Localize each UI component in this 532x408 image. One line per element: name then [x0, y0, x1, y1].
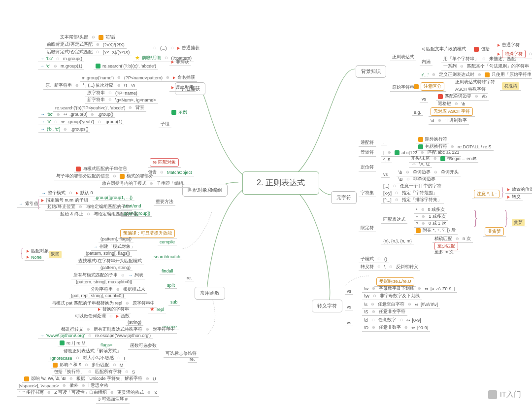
fn-x: ''' ''' 多行书写⊖Z 可读「可读性」自由组织⊖更灵活的格式⊖X [17, 389, 159, 397]
meta-dot: . [381, 139, 387, 145]
g-b: →'b'⊖⇔.group('yeah')⊖.group(1) [38, 119, 124, 125]
meta-escape: 转义符⊖\⊖反斜杠转义 [359, 263, 420, 271]
meta-cs3: [^...]⊖指定「排除字符集」 [381, 196, 444, 204]
bg-attention: 注意区分 [412, 82, 446, 92]
branch-escape[interactable]: 转义字符 [312, 300, 342, 312]
meta-note: 注意 ^, ], - [472, 189, 501, 199]
fn-escape-sig: (string) [126, 319, 143, 326]
fn-findall-sig: (pattern, string) [99, 265, 133, 271]
meta-qn: {n}, {n,}, {n, m} [381, 238, 414, 244]
m-groupfn: .group([group1, ...]) [93, 195, 134, 201]
g-resrch2: re.search('(b)(?P<yeah>c)', 'abcde')⊖背景 [53, 104, 146, 112]
esc-d: \d⊖任意数字⊖⇔[0-9] [362, 316, 423, 324]
fn-x4: 3 可添加注释 # [96, 396, 130, 404]
g-example: 示例 [169, 108, 189, 116]
g-bc2: →'bc'⊖⇔.group(0)⊖.group() [38, 111, 115, 118]
fn-search: search/match [152, 254, 182, 260]
m-ss: 起始 & 终止⊖与给定编组匹配的子串 [58, 210, 140, 218]
fn-re1: re. [185, 275, 194, 281]
fn-compile-sig: (pattern[, flags]) [99, 236, 133, 242]
esc-w: \w⊖字母数字及下划线⊖⇔[a-zA-Z0-9_] [362, 285, 457, 293]
bg-regex: 正则表达式 [390, 53, 416, 61]
meta-charset: 字符集 [359, 189, 376, 197]
meta-quant: 限定符 [359, 224, 376, 232]
m-startpos: 起始/终止位置⊖与给定编组匹配的子串 [45, 203, 132, 211]
bg-digit: \d⊖十进制数字 [429, 117, 469, 125]
fn-split-sig: (pattern, string[, maxsplit=0]) [74, 279, 134, 285]
meta-wildcard: 通配符 [359, 139, 376, 147]
branch-bg[interactable]: 背景知识 [356, 65, 386, 78]
fn-repl: ★repl [148, 306, 166, 313]
meta-sub: 子模式⊖() [359, 255, 389, 263]
bg-ordinary: 普通字符 [496, 41, 522, 49]
meta-except: 除外换行符 [416, 136, 449, 143]
esc-S: \S⊖任意非空字符 [362, 308, 407, 316]
bg-rprefix: r'...'⊖定义正则表达式时⊖只使用「原始字符串」 [420, 71, 532, 79]
fn-findall: findall [160, 268, 175, 274]
watermark-text: IT入门 [500, 390, 521, 399]
fn-compile: compile [158, 239, 177, 245]
meta-az: ⇔\A, \Z [409, 161, 432, 168]
g-backref: 反向引用 [169, 84, 196, 92]
g-mgn: m.group('name')⊖(?P<name>pattern)⊖命名捕获 [80, 74, 197, 82]
meta-pipe: 管道符 [359, 149, 376, 157]
esc-s: \s⊖任意空白字符⊖⇔[\f\n\r\t\v] [362, 301, 440, 308]
bg-single: 用「单个字符串」⊖来描述、匹配 [441, 55, 518, 63]
esc-vs1: vs [345, 288, 353, 295]
m-child: 与模式匹配的子串信息 [74, 165, 129, 173]
g-neg-look: 后瞻肯定式/否定式匹配⊖(?<=X)/(?<!X) [45, 48, 132, 56]
g-resrch: re.search('(?:b)(c)', 'abcde') [94, 63, 158, 69]
m-important: 重要方法 [154, 198, 175, 206]
bg-vs: vs [420, 96, 428, 102]
fn-sub: sub [168, 299, 180, 306]
m-whole: →整个模式⊖默认 0 [39, 189, 95, 197]
bg-match-text: 可匹配文本片段的模式 [420, 45, 468, 53]
m-which: 与子串的哪部分匹配的信息⊖模式的哪部分 [54, 172, 155, 180]
fn-none: None [25, 254, 44, 261]
fn-findall-desc: 所有与模式匹配的子串⊖→列表 [71, 272, 145, 279]
bg-series: 一系列⊖匹配某个「句法规则」的字符串 [441, 63, 531, 70]
fn-optional: 函数可选参数 [128, 342, 159, 350]
bg-confuse: 易混淆 [500, 82, 521, 91]
meta-nongreedy: 非贪婪 [483, 227, 506, 237]
esc-vs2: vs [345, 304, 353, 310]
g-text-head: 文本尾部/头部⊖前/后 [58, 34, 117, 41]
fn-split: split [165, 282, 177, 289]
wechat-icon [488, 390, 497, 399]
watermark: IT入门 [488, 390, 521, 399]
g-noncap: 非捕获 [169, 58, 191, 66]
bg-content: 内涵 [420, 58, 432, 66]
meta-max: 至多 m 次 [432, 248, 456, 256]
g-normal: ⊖(...)⊖普通捕获 [150, 44, 201, 52]
g-orig-new: 原、新字符串⊖与 (...) 依次对应⊖\1...\9 [43, 82, 137, 90]
g-c: →'c'⊖m.group(1) [38, 63, 84, 69]
bg-eg: e.g. [412, 109, 423, 116]
branch-fn[interactable]: 常用函数 [195, 287, 225, 300]
meta-anchor: 定位符 [359, 164, 376, 171]
bg-no-ascii: 无对应 ASCII 字符 [429, 107, 475, 117]
fn-re2: re. [188, 356, 197, 363]
fn-any: 可以做任何处理⊖函数 [73, 312, 132, 320]
fn-reim: re.I | re.M [58, 340, 87, 346]
meta-note-pos: 放置的位置 [505, 186, 532, 194]
g-bc: →'bc'⊖m.group() [38, 56, 84, 62]
g-subgroup: 子组 [159, 120, 171, 128]
root-node[interactable]: 2. 正则表达式 [242, 171, 319, 195]
m-bracket: 放在圆括号内的子模式⊖子串即「编组」 [100, 180, 190, 188]
esc-D: \D⊖任意非数字⊖⇔[^0-9] [362, 324, 430, 332]
meta-start-end: ^, $ [381, 157, 392, 163]
esc-vs3: vs [345, 320, 353, 326]
branch-meta[interactable]: 元字符 [331, 191, 357, 204]
m-idx: →索引值 [17, 200, 40, 208]
fn-search-desc: 查找模式/在字符串开头匹配模式 [76, 257, 144, 265]
meta-greedy: 贪婪 [510, 218, 527, 227]
bg-include: 包括 [472, 45, 492, 53]
g-new: 新字符串⊖\g<Num>, \g<name> [85, 96, 158, 104]
m-reobj: re 匹配对象 [148, 158, 181, 168]
fn-sub-sig: (pat, repl, string[, count=0]) [69, 293, 126, 299]
bg-regex-special: 正则表达式特殊字符 [453, 78, 497, 86]
bg-word-boundary: 匹配单词边界⊖\\b [436, 93, 489, 101]
fn-www: →'www\\.python\\.org'⊖re.escape('www.pyt… [38, 333, 153, 339]
esc-W: \W⊖非字母数字及下划线 [362, 292, 422, 300]
g-pos-look: 前瞻肯定式/否定式匹配⊖(?=X)/(?!X) [45, 41, 127, 49]
